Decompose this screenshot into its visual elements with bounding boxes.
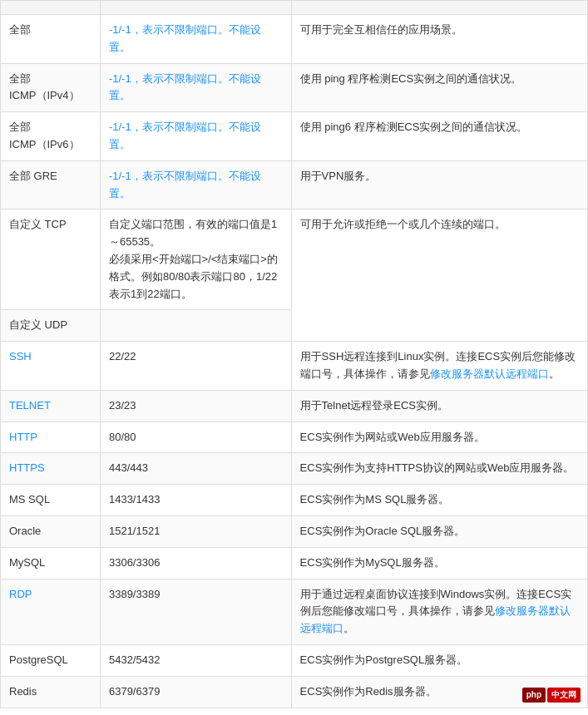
cell-protocol: 全部ICMP（IPv4） — [1, 63, 101, 112]
cell-port: -1/-1，表示不限制端口。不能设置。 — [100, 15, 291, 64]
cell-port: 3389/3389 — [100, 579, 291, 644]
cell-usage: ECS实例作为Redis服务器。php中文网 — [291, 676, 587, 708]
header-port — [100, 1, 291, 15]
cell-protocol: MS SQL — [1, 485, 101, 516]
header-protocol — [1, 1, 101, 15]
php-badge: php — [522, 688, 546, 703]
cn-badge: 中文网 — [547, 688, 581, 703]
cell-protocol: PostgreSQL — [1, 644, 101, 676]
cell-protocol: HTTP — [1, 422, 101, 453]
protocol-table: 全部-1/-1，表示不限制端口。不能设置。可用于完全互相信任的应用场景。全部IC… — [0, 0, 588, 708]
cell-usage: ECS实例作为网站或Web应用服务器。 — [291, 422, 587, 453]
cell-port: 22/22 — [100, 342, 291, 391]
cell-usage: ECS实例作为MS SQL服务器。 — [291, 485, 587, 516]
https-link[interactable]: HTTPS — [9, 461, 45, 474]
cell-port: 1433/1433 — [100, 485, 291, 516]
cell-protocol: RDP — [1, 579, 101, 644]
cell-port: 5432/5432 — [100, 644, 291, 676]
cell-port: 80/80 — [100, 422, 291, 453]
cell-usage: ECS实例作为支持HTTPS协议的网站或Web应用服务器。 — [291, 453, 587, 485]
cell-port: -1/-1，表示不限制端口。不能设置。 — [100, 112, 291, 161]
cell-port: 6379/6379 — [100, 676, 291, 708]
cell-protocol: Redis — [1, 676, 101, 708]
cell-usage: 用于Telnet远程登录ECS实例。 — [291, 390, 587, 422]
cell-protocol: 自定义 TCP — [1, 210, 101, 310]
cell-usage: 可用于允许或拒绝一个或几个连续的端口。 — [291, 210, 587, 342]
cell-usage: ECS实例作为MySQL服务器。 — [291, 547, 587, 579]
cell-port: 自定义端口范围，有效的端口值是1～65535。必须采用<开始端口>/<结束端口>… — [100, 210, 291, 310]
cell-usage: 可用于完全互相信任的应用场景。 — [291, 15, 587, 64]
cell-protocol: MySQL — [1, 547, 101, 579]
http-link[interactable]: HTTP — [9, 431, 37, 443]
rdp-link[interactable]: RDP — [9, 588, 32, 600]
telnet-link[interactable]: TELNET — [9, 399, 51, 412]
cell-protocol: 全部 — [1, 15, 101, 64]
cell-port: 23/23 — [100, 390, 291, 422]
ssh-modify-link[interactable]: 修改服务器默认远程端口 — [430, 367, 549, 380]
cell-usage: ECS实例作为PostgreSQL服务器。 — [291, 644, 587, 676]
cell-port: -1/-1，表示不限制端口。不能设置。 — [100, 63, 291, 112]
cell-usage: 使用 ping6 程序检测ECS实例之间的通信状况。 — [291, 112, 587, 161]
cell-protocol: 自定义 UDP — [1, 310, 101, 342]
cell-usage: 用于VPN服务。 — [291, 160, 587, 210]
cell-usage: 用于SSH远程连接到Linux实例。连接ECS实例后您能修改端口号，具体操作，请… — [291, 342, 587, 391]
cell-usage: ECS实例作为Oracle SQL服务器。 — [291, 515, 587, 547]
cell-usage: 使用 ping 程序检测ECS实例之间的通信状况。 — [291, 63, 587, 112]
cell-protocol: HTTPS — [1, 453, 101, 485]
cell-usage: 用于通过远程桌面协议连接到Windows实例。连接ECS实例后您能修改端口号，具… — [291, 579, 587, 644]
cell-port — [100, 310, 291, 342]
cell-protocol: 全部 GRE — [1, 160, 101, 210]
rdp-modify-link[interactable]: 修改服务器默认远程端口 — [300, 604, 571, 634]
cell-protocol: TELNET — [1, 390, 101, 422]
cell-protocol: 全部ICMP（IPv6） — [1, 112, 101, 161]
ssh-link[interactable]: SSH — [9, 350, 32, 362]
cell-protocol: Oracle — [1, 515, 101, 547]
cell-protocol: SSH — [1, 342, 101, 391]
cell-port: 3306/3306 — [100, 547, 291, 579]
header-usage — [291, 1, 587, 15]
cell-port: 1521/1521 — [100, 515, 291, 547]
cell-port: -1/-1，表示不限制端口。不能设置。 — [100, 160, 291, 210]
cell-port: 443/443 — [100, 453, 291, 485]
